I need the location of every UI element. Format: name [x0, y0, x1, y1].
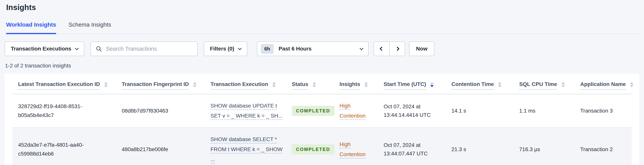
results-summary: 1-2 of 2 transaction insights: [4, 63, 640, 69]
cell-sql-cpu-time: 716.3 µs: [519, 128, 580, 165]
cell-insights: High Contention: [340, 94, 384, 128]
column-label: Contention Time: [452, 81, 494, 90]
insight-link[interactable]: High Contention: [340, 141, 366, 157]
column-label: Transaction Execution: [210, 81, 268, 90]
sort-asc-icon: [630, 82, 634, 84]
cell-status: COMPLETED: [292, 94, 340, 128]
cell-fingerprint-id: 08d8b7d97f830463: [122, 94, 210, 128]
search-input[interactable]: [106, 46, 192, 52]
column-header-start-time-utc[interactable]: Start Time (UTC): [384, 74, 452, 94]
previous-time-range-button[interactable]: [374, 42, 390, 56]
sort-asc-icon: [312, 82, 316, 84]
search-box[interactable]: [90, 42, 198, 56]
column-label: Insights: [340, 81, 360, 90]
cell-transaction-execution: SHOW database UPDATE tSET v = _ WHERE k …: [210, 94, 292, 128]
transaction-execution-link[interactable]: SHOW database SELECT *FROM t WHERE k = _…: [210, 134, 287, 164]
sort-desc-icon: [498, 85, 502, 87]
table-row: 452da3e7-e7fa-4801-aa40-c59988d14eb6480a…: [12, 128, 632, 165]
now-button[interactable]: Now: [409, 42, 434, 56]
sort-desc-icon: [104, 85, 108, 87]
sort-arrows-icon[interactable]: [312, 82, 316, 90]
cell-contention-time: 14.1 s: [452, 94, 519, 128]
column-label: Application Name: [580, 81, 626, 90]
sort-asc-icon: [193, 82, 196, 84]
filters-label: Filters (0): [210, 46, 234, 52]
page-title: Insights: [4, 0, 640, 12]
sort-asc-icon: [104, 82, 108, 84]
cell-sql-cpu-time: 1.1 ms: [519, 94, 580, 128]
sort-arrows-icon[interactable]: [272, 82, 276, 90]
cell-fingerprint-id: 480a8b217be006fe: [122, 128, 210, 165]
sort-arrows-icon[interactable]: [193, 82, 196, 90]
search-icon: [96, 46, 102, 52]
column-label: Status: [292, 81, 308, 90]
sort-arrows-icon[interactable]: [364, 82, 368, 90]
tab-schema-insights[interactable]: Schema Insights: [68, 21, 111, 34]
sort-desc-icon: [364, 85, 368, 87]
cell-status: COMPLETED: [292, 128, 340, 165]
filters-dropdown[interactable]: Filters (0): [204, 42, 247, 56]
column-label: Transaction Fingerprint ID: [122, 81, 189, 90]
sort-arrows-icon[interactable]: [430, 82, 434, 90]
tab-workload-insights[interactable]: Workload Insights: [6, 21, 56, 34]
column-label: SQL CPU Time: [519, 81, 557, 90]
column-header-contention-time[interactable]: Contention Time: [452, 74, 519, 94]
cell-transaction-execution: SHOW database SELECT *FROM t WHERE k = _…: [210, 128, 292, 165]
sort-arrows-icon[interactable]: [498, 82, 502, 90]
column-header-application-name[interactable]: Application Name: [580, 74, 632, 94]
sort-desc-icon: [193, 85, 196, 87]
sort-arrows-icon[interactable]: [630, 82, 634, 90]
tab-bar: Workload Insights Schema Insights: [4, 21, 640, 34]
sort-desc-icon: [272, 85, 276, 87]
sort-asc-icon: [364, 82, 368, 84]
sort-desc-icon: [562, 85, 565, 87]
column-header-status[interactable]: Status: [292, 74, 340, 94]
column-header-transaction-execution[interactable]: Transaction Execution: [210, 74, 292, 94]
cell-contention-time: 21.3 s: [452, 128, 519, 165]
status-badge: COMPLETED: [292, 144, 334, 154]
transaction-type-label: Transaction Executions: [11, 46, 71, 52]
chevron-left-icon: [380, 47, 384, 51]
status-badge: COMPLETED: [292, 106, 334, 116]
cell-latest-execution-id: 452da3e7-e7fa-4801-aa40-c59988d14eb6: [12, 128, 122, 165]
cell-application-name: Transaction 3: [580, 94, 632, 128]
cell-start-time: Oct 07, 2024 at13:44:14.4414 UTC: [384, 94, 452, 128]
insight-link[interactable]: High Contention: [340, 103, 366, 119]
sort-asc-icon: [272, 82, 276, 84]
sort-desc-icon: [630, 85, 634, 87]
cell-application-name: Transaction 2: [580, 128, 632, 165]
transaction-execution-link[interactable]: SHOW database UPDATE tSET v = _ WHERE k …: [210, 101, 287, 121]
time-range-picker[interactable]: 6h Past 6 Hours: [257, 42, 368, 56]
sort-asc-icon: [498, 82, 502, 84]
column-label: Latest Transaction Execution ID: [18, 81, 100, 90]
sort-asc-icon: [430, 82, 434, 84]
column-header-transaction-fingerprint-id[interactable]: Transaction Fingerprint ID: [122, 74, 210, 94]
transaction-insights-table: Latest Transaction Execution IDTransacti…: [12, 74, 632, 165]
next-time-range-button[interactable]: [390, 42, 405, 56]
sort-desc-icon: [312, 85, 316, 87]
chevron-down-icon: [75, 46, 79, 50]
insights-page: Insights Workload Insights Schema Insigh…: [0, 0, 644, 165]
column-header-insights[interactable]: Insights: [340, 74, 384, 94]
time-range-label: Past 6 Hours: [279, 46, 312, 52]
toolbar: Transaction Executions Filters (0) 6h Pa…: [4, 42, 640, 56]
column-header-latest-transaction-execution-id[interactable]: Latest Transaction Execution ID: [12, 74, 122, 94]
sort-asc-icon: [562, 82, 565, 84]
insights-table-card: Latest Transaction Execution IDTransacti…: [4, 74, 640, 165]
chevron-right-icon: [395, 47, 400, 51]
table-header-row: Latest Transaction Execution IDTransacti…: [12, 74, 632, 94]
chevron-down-icon: [238, 46, 242, 50]
column-label: Start Time (UTC): [384, 81, 426, 90]
time-range-pager: [374, 42, 405, 56]
sort-arrows-icon[interactable]: [104, 82, 108, 90]
transaction-type-dropdown[interactable]: Transaction Executions: [4, 42, 84, 56]
cell-latest-execution-id: 328729d2-ff19-4408-8531-b05a5b4e43c7: [12, 94, 122, 128]
cell-insights: High Contention: [340, 128, 384, 165]
sort-desc-icon: [430, 85, 434, 87]
cell-start-time: Oct 07, 2024 at13:44:07.447 UTC: [384, 128, 452, 165]
table-row: 328729d2-ff19-4408-8531-b05a5b4e43c708d8…: [12, 94, 632, 128]
time-range-badge: 6h: [261, 44, 274, 54]
column-header-sql-cpu-time[interactable]: SQL CPU Time: [519, 74, 580, 94]
chevron-down-icon: [360, 46, 364, 50]
sort-arrows-icon[interactable]: [562, 82, 565, 90]
